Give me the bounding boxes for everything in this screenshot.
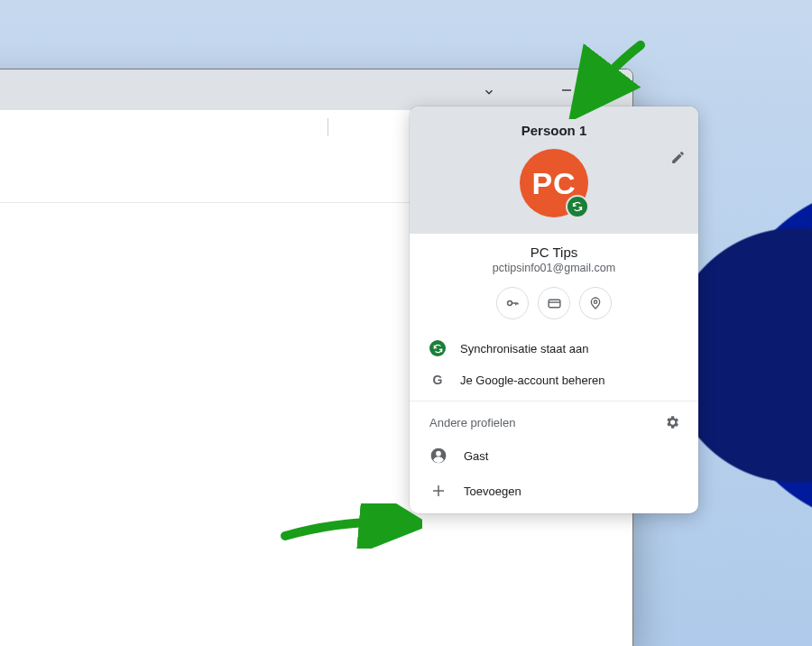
sync-status-label: Synchronisatie staat aan bbox=[460, 342, 588, 355]
add-profile-row[interactable]: Toevoegen bbox=[410, 474, 698, 513]
account-display-name: PC Tips bbox=[410, 245, 698, 260]
pencil-icon bbox=[670, 150, 686, 165]
edit-profile-button[interactable] bbox=[670, 150, 686, 165]
other-profiles-label: Andere profielen bbox=[429, 416, 515, 429]
sync-icon bbox=[572, 201, 583, 212]
key-icon bbox=[504, 295, 521, 311]
profile-menu-popup: Persoon 1 PC PC Tips pctipsinfo01@gmail.… bbox=[410, 106, 698, 513]
payment-shortcut[interactable] bbox=[538, 287, 570, 319]
person-icon bbox=[429, 447, 448, 465]
tab-search-button[interactable] bbox=[476, 79, 502, 105]
svg-point-8 bbox=[508, 301, 512, 306]
svg-point-14 bbox=[594, 300, 596, 303]
addresses-shortcut[interactable] bbox=[579, 287, 612, 319]
gear-icon bbox=[664, 414, 680, 430]
window-titlebar bbox=[0, 69, 632, 110]
chevron-down-icon bbox=[483, 86, 495, 98]
profile-avatar: PC bbox=[520, 149, 588, 217]
svg-point-16 bbox=[436, 451, 441, 457]
plus-icon bbox=[430, 483, 447, 499]
sync-status-row[interactable]: Synchronisatie staat aan bbox=[410, 332, 698, 365]
guest-profile-row[interactable]: Gast bbox=[410, 438, 698, 474]
svg-rect-12 bbox=[549, 300, 560, 308]
credit-card-icon bbox=[547, 296, 562, 311]
add-profile-label: Toevoegen bbox=[464, 484, 521, 498]
manage-account-label: Je Google-account beheren bbox=[460, 374, 604, 387]
profile-account-info: PC Tips pctipsinfo01@gmail.com bbox=[410, 234, 698, 332]
other-profiles-header: Andere profielen bbox=[410, 401, 698, 438]
manage-google-account-row[interactable]: G Je Google-account beheren bbox=[410, 365, 698, 395]
profile-name-label: Persoon 1 bbox=[410, 123, 698, 138]
toolbar-separator bbox=[328, 118, 328, 136]
annotation-arrow-bottom bbox=[278, 503, 422, 549]
account-email: pctipsinfo01@gmail.com bbox=[410, 262, 698, 274]
sync-status-icon bbox=[429, 340, 446, 356]
passwords-shortcut[interactable] bbox=[496, 287, 529, 319]
google-g-icon: G bbox=[433, 373, 443, 387]
annotation-arrow-top bbox=[559, 38, 659, 119]
location-icon bbox=[588, 296, 603, 310]
guest-label: Gast bbox=[464, 449, 488, 463]
sync-badge bbox=[566, 195, 589, 218]
profile-header: Persoon 1 PC bbox=[410, 106, 698, 234]
manage-profiles-button[interactable] bbox=[664, 414, 680, 430]
